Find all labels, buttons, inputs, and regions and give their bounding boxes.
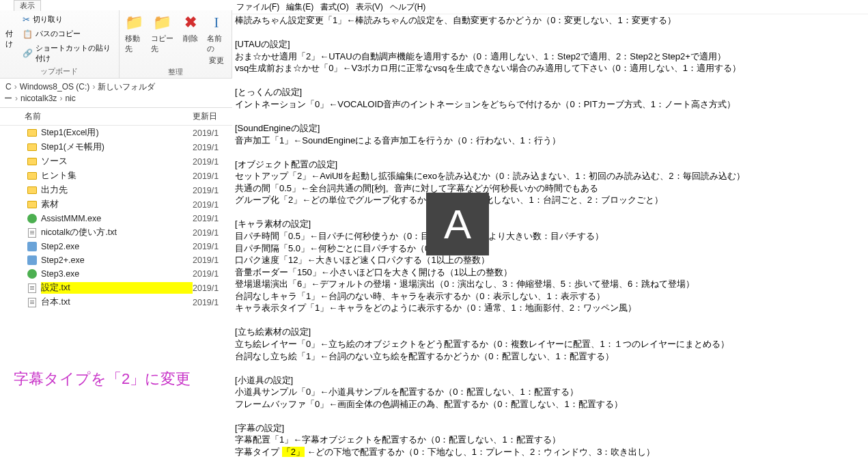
rename-button[interactable]: 名前の 変更 bbox=[207, 13, 226, 66]
text-line bbox=[235, 410, 865, 422]
file-name: Step2.exe bbox=[41, 242, 193, 251]
exe-icon bbox=[26, 213, 38, 224]
delete-icon bbox=[181, 13, 200, 32]
text-line: 字幕配置「1」←字幕オブジェクトを配置するか（0：配置しない、1：配置する） bbox=[235, 434, 865, 446]
folder-icon bbox=[26, 171, 38, 182]
breadcrumb-segment[interactable]: Windows8_OS (C:) bbox=[20, 82, 90, 92]
file-date: 2019/1 bbox=[193, 214, 227, 223]
file-date: 2019/1 bbox=[193, 228, 227, 238]
file-date: 2019/1 bbox=[193, 298, 227, 307]
file-row[interactable]: 出力先2019/1 bbox=[0, 183, 232, 197]
text-line: vsq生成前おま☆かせ「0」←V3ボカロ用に正常なvsqを生成できない場合のみ適… bbox=[235, 62, 865, 74]
text-line: 登場退場演出「6」←デフォルトの登場・退場演出（0：演出なし、3：伸縮登場、5：… bbox=[235, 278, 865, 290]
file-date: 2019/1 bbox=[193, 186, 227, 195]
file-date: 2019/1 bbox=[193, 171, 227, 181]
copy-path-button[interactable]: パスのコピー bbox=[23, 27, 113, 40]
folder-icon bbox=[26, 142, 38, 153]
delete-button[interactable]: 削除 bbox=[181, 13, 200, 44]
file-row[interactable]: Step1(メモ帳用)2019/1 bbox=[0, 140, 232, 154]
text-line: 台詞なしキャラ「1」←台詞のない時、キャラを表示するか（0：表示しない、1：表示… bbox=[235, 290, 865, 303]
menu-item[interactable]: 書式(O) bbox=[320, 1, 348, 12]
text-line: 台詞なし立ち絵「1」←台詞のない立ち絵を配置するかどうか（0：配置しない、1：配… bbox=[235, 350, 865, 363]
text-line: 共通の間「0.5」←全台詞共通の間[秒]。音声に対して字幕などが何秒長いかの時間… bbox=[235, 182, 865, 195]
text-line: [SoundEngineの設定] bbox=[235, 122, 865, 135]
file-date: 2019/1 bbox=[193, 269, 227, 279]
folder-icon bbox=[26, 199, 38, 210]
text-line: 立ち絵レイヤー「0」←立ち絵のオブジェクトをどう配置するか（0：複数レイヤーに配… bbox=[235, 338, 865, 350]
ribbon-group-clipboard: 付け 切り取り パスのコピー ショートカットの貼り付け ップボード bbox=[0, 10, 120, 78]
file-row[interactable]: Step1(Excel用)2019/1 bbox=[0, 126, 232, 140]
file-date: 2019/1 bbox=[193, 143, 227, 152]
cut-button[interactable]: 切り取り bbox=[23, 13, 113, 26]
menu-item[interactable]: ヘルプ(H) bbox=[390, 1, 426, 12]
file-row[interactable]: 台本.txt2019/1 bbox=[0, 295, 232, 309]
file-name: ソース bbox=[41, 156, 193, 167]
text-line: 小道具サンプル「0」←小道具サンプルを配置するか（0：配置しない、1：配置する） bbox=[235, 386, 865, 398]
file-row[interactable]: 設定.txt2019/1 bbox=[0, 281, 232, 295]
file-name: Step3.exe bbox=[41, 269, 193, 279]
file-row[interactable]: ソース2019/1 bbox=[0, 154, 232, 169]
file-row[interactable]: Step3.exe2019/1 bbox=[0, 267, 232, 281]
file-row[interactable]: AssistMMM.exe2019/1 bbox=[0, 212, 232, 225]
move-to-button[interactable]: 移動先 bbox=[125, 13, 144, 54]
text-line: [小道具の設定] bbox=[235, 374, 865, 387]
breadcrumb-segment[interactable]: nic bbox=[65, 94, 75, 103]
text-line: [とっくんの設定] bbox=[235, 86, 865, 98]
text-line: 目パチ時間「0.5」←目パチに何秒使うか（0：目パチしない、0より大きい数：目パ… bbox=[235, 230, 865, 242]
highlighted-value: 「2」 bbox=[282, 447, 305, 457]
menu-item[interactable]: ファイル(F) bbox=[236, 1, 279, 12]
notepad-menubar: ファイル(F)編集(E)書式(O)表示(V)ヘルプ(H) bbox=[232, 0, 868, 14]
ribbon: 付け 切り取り パスのコピー ショートカットの貼り付け ップボード 移動先 コピ… bbox=[0, 10, 232, 79]
breadcrumb-segment[interactable]: C bbox=[5, 82, 12, 92]
exe-icon bbox=[26, 255, 38, 266]
notepad-text-area[interactable]: 棒読みちゃん設定変更「1」←棒読みちゃんの設定を、自動変更するかどうか（0：変更… bbox=[232, 14, 868, 459]
paste-shortcut-button[interactable]: ショートカットの貼り付け bbox=[23, 42, 113, 65]
paste-button-suffix[interactable]: 付け bbox=[5, 29, 18, 49]
breadcrumb-segment[interactable]: nicotalk3z bbox=[20, 94, 57, 103]
organize-group-label: 整理 bbox=[125, 66, 226, 79]
text-line bbox=[235, 146, 865, 158]
column-date[interactable]: 更新日 bbox=[193, 111, 227, 122]
copy-icon bbox=[23, 29, 33, 39]
file-date: 2019/1 bbox=[193, 283, 227, 293]
file-name: 出力先 bbox=[41, 184, 193, 196]
text-file-icon bbox=[26, 297, 38, 308]
file-name: nicotalkの使い方.txt bbox=[41, 227, 193, 238]
text-line: 字幕タイプ 「2」 ←どの下地で配置するか（0：下地なし、1：プレート、2：ウィ… bbox=[235, 446, 865, 458]
copy-to-button[interactable]: コピー先 bbox=[151, 13, 174, 54]
file-list: Step1(Excel用)2019/1Step1(メモ帳用)2019/1ソース2… bbox=[0, 126, 232, 309]
file-row[interactable]: Step2+.exe2019/1 bbox=[0, 253, 232, 267]
column-name[interactable]: 名前 bbox=[5, 111, 193, 122]
file-name: Step1(メモ帳用) bbox=[41, 141, 193, 153]
notepad-window: ファイル(F)編集(E)書式(O)表示(V)ヘルプ(H) 棒読みちゃん設定変更「… bbox=[232, 0, 868, 459]
view-tab[interactable]: 表示 bbox=[14, 0, 41, 11]
menu-item[interactable]: 表示(V) bbox=[356, 1, 383, 12]
file-row[interactable]: Step2.exe2019/1 bbox=[0, 240, 232, 253]
file-row[interactable]: 素材2019/1 bbox=[0, 197, 232, 212]
text-line: おま☆かせ適用「2」←UTAUの自動調声機能を適用するか（0：適用しない、1：S… bbox=[235, 51, 865, 63]
text-line: 目パチ間隔「5.0」←何秒ごとに目パチするか（0より大きい数） bbox=[235, 242, 865, 255]
file-list-header: 名前 更新日 bbox=[0, 108, 232, 126]
file-name: 設定.txt bbox=[41, 282, 193, 294]
breadcrumb[interactable]: C›Windows8_OS (C:)›新しいフォルダー›nicotalk3z›n… bbox=[0, 79, 232, 108]
exe-icon bbox=[26, 241, 38, 252]
text-line bbox=[235, 362, 865, 374]
text-line bbox=[235, 314, 865, 326]
text-line: 音声加工「1」←SoundEngineによる音声加工を行うか（0：行わない、1：… bbox=[235, 135, 865, 147]
rename-icon bbox=[207, 13, 226, 32]
text-line: [字幕の設定] bbox=[235, 422, 865, 434]
text-line bbox=[235, 206, 865, 219]
copy-to-icon bbox=[153, 13, 172, 32]
menu-item[interactable]: 編集(E) bbox=[286, 1, 313, 12]
breadcrumb-separator: › bbox=[59, 94, 62, 103]
text-line: イントネーション「0」←VOCALOID音声のイントネーションをどちらで付けるか… bbox=[235, 98, 865, 111]
file-row[interactable]: nicotalkの使い方.txt2019/1 bbox=[0, 225, 232, 240]
text-line: [UTAUの設定] bbox=[235, 38, 865, 51]
text-file-icon bbox=[26, 227, 38, 238]
breadcrumb-separator: › bbox=[15, 94, 18, 103]
file-name: 素材 bbox=[41, 199, 193, 210]
text-line: グループ化「2」←どの単位でグループ化するか（0：グループ化しない、1：台詞ごと… bbox=[235, 194, 865, 206]
file-row[interactable]: ヒント集2019/1 bbox=[0, 169, 232, 183]
breadcrumb-separator: › bbox=[14, 82, 17, 92]
exe-icon bbox=[26, 268, 38, 279]
